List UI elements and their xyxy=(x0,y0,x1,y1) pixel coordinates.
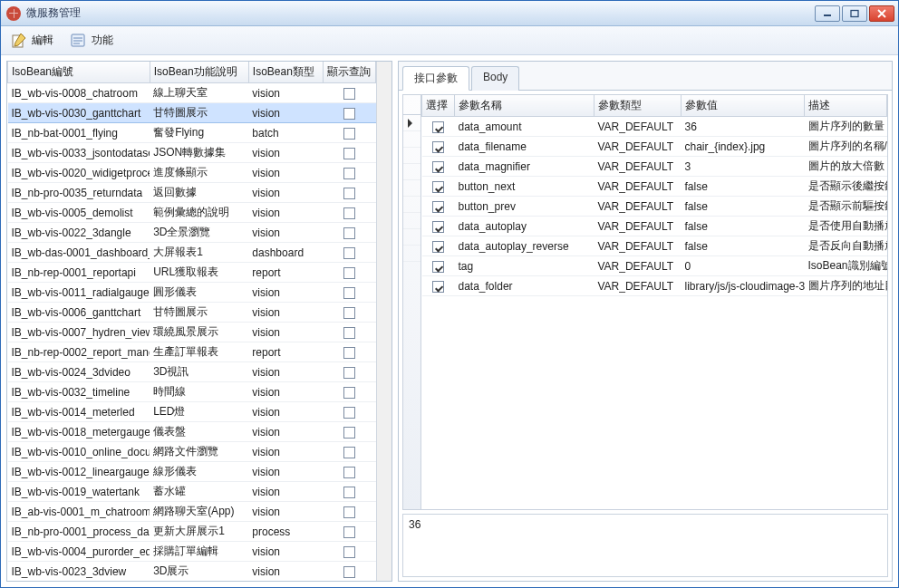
cell-show[interactable] xyxy=(324,542,376,562)
row-indicator[interactable] xyxy=(403,197,420,213)
checkbox-icon[interactable] xyxy=(343,207,355,219)
cell-show[interactable] xyxy=(324,123,376,143)
table-row[interactable]: button_prevVAR_DEFAULTfalse是否顯示前驅按鈕 xyxy=(422,197,887,217)
table-row[interactable]: data_autoplayVAR_DEFAULTfalse是否使用自動播放 xyxy=(422,217,887,236)
checkbox-icon[interactable] xyxy=(343,247,355,259)
checkbox-icon[interactable] xyxy=(343,88,355,100)
checkbox-icon[interactable] xyxy=(343,128,355,140)
param-value-editor[interactable]: 36 xyxy=(402,514,888,577)
cell-show[interactable] xyxy=(324,283,376,303)
col-show[interactable]: 顯示查詢 xyxy=(324,62,376,83)
col-select[interactable]: 選擇 xyxy=(422,95,455,117)
checkbox-icon[interactable] xyxy=(343,566,355,578)
table-row[interactable]: data_folderVAR_DEFAULTlibrary/js/js-clou… xyxy=(422,276,887,296)
table-row[interactable]: IB_wb-vis-0005_demolist範例彙總的說明vision xyxy=(8,203,376,223)
table-row[interactable]: IB_wb-vis-0010_online_docume網路文件瀏覽vision xyxy=(8,442,376,462)
table-row[interactable]: button_nextVAR_DEFAULTfalse是否顯示後繼按鈕 xyxy=(422,177,887,197)
cell-select[interactable] xyxy=(422,256,455,276)
checkbox-icon[interactable] xyxy=(343,467,355,478)
cell-select[interactable] xyxy=(422,137,455,157)
table-row[interactable]: IB_nb-rep-0001_reportapiURL獲取報表report xyxy=(8,263,376,283)
checkbox-icon[interactable] xyxy=(343,307,355,319)
cell-show[interactable] xyxy=(324,323,376,342)
cell-show[interactable] xyxy=(324,362,376,382)
row-indicator[interactable] xyxy=(403,115,420,131)
cell-select[interactable] xyxy=(422,177,455,197)
checkbox-icon[interactable] xyxy=(432,121,444,133)
checkbox-icon[interactable] xyxy=(343,526,355,538)
table-row[interactable]: IB_nb-pro-0001_process_dash更新大屏展示1proces… xyxy=(8,522,376,542)
table-row[interactable]: IB_wb-vis-0011_radialgauge圓形儀表vision xyxy=(8,283,376,303)
table-row[interactable]: IB_wb-vis-0033_jsontodatasetJSON轉數據集visi… xyxy=(8,143,376,163)
cell-show[interactable] xyxy=(324,203,376,223)
checkbox-icon[interactable] xyxy=(343,108,355,120)
cell-select[interactable] xyxy=(422,197,455,217)
checkbox-icon[interactable] xyxy=(343,168,355,179)
close-button[interactable] xyxy=(869,5,894,22)
col-pvalue[interactable]: 參數值 xyxy=(682,95,805,117)
table-row[interactable]: data_autoplay_reverseVAR_DEFAULTfalse是否反… xyxy=(422,236,887,256)
checkbox-icon[interactable] xyxy=(343,188,355,199)
table-row[interactable]: data_magnifierVAR_DEFAULT3圖片的放大倍數 xyxy=(422,157,887,177)
cell-show[interactable] xyxy=(324,223,376,243)
table-row[interactable]: data_filenameVAR_DEFAULTchair_{index}.jp… xyxy=(422,137,887,157)
cell-show[interactable] xyxy=(324,243,376,263)
table-row[interactable]: data_amountVAR_DEFAULT36圖片序列的數量 xyxy=(422,117,887,137)
table-row[interactable]: IB_wb-vis-0012_lineargauge線形儀表vision xyxy=(8,462,376,482)
checkbox-icon[interactable] xyxy=(432,201,444,213)
cell-select[interactable] xyxy=(422,217,455,236)
cell-show[interactable] xyxy=(324,402,376,422)
table-row[interactable]: IB_wb-vis-0004_purorder_edit採購訂單編輯vision xyxy=(8,542,376,562)
row-indicator[interactable] xyxy=(403,213,420,229)
checkbox-icon[interactable] xyxy=(432,281,444,293)
table-row[interactable]: IB_nb-rep-0002_report_mancc生產訂單報表report xyxy=(8,342,376,362)
table-row[interactable]: IB_wb-vis-0022_3dangle3D全景瀏覽vision xyxy=(8,223,376,243)
col-ptype[interactable]: 參數類型 xyxy=(594,95,682,117)
col-pdesc[interactable]: 描述 xyxy=(805,95,887,117)
col-desc[interactable]: IsoBean功能說明 xyxy=(150,62,248,83)
tab-api-params[interactable]: 接口參數 xyxy=(402,66,469,91)
checkbox-icon[interactable] xyxy=(432,181,444,193)
col-type[interactable]: IsoBean類型 xyxy=(248,62,323,83)
col-id[interactable]: IsoBean編號 xyxy=(8,62,150,83)
isobean-grid[interactable]: IsoBean編號 IsoBean功能說明 IsoBean類型 顯示查詢 IB_… xyxy=(7,62,376,581)
function-button[interactable]: 功能 xyxy=(70,32,113,50)
table-row[interactable]: IB_wb-vis-0023_3dview3D展示vision xyxy=(8,562,376,582)
checkbox-icon[interactable] xyxy=(343,347,355,359)
checkbox-icon[interactable] xyxy=(343,506,355,518)
checkbox-icon[interactable] xyxy=(343,267,355,279)
table-row[interactable]: IB_wb-vis-0018_metergauge儀表盤vision xyxy=(8,422,376,442)
cell-select[interactable] xyxy=(422,157,455,177)
cell-show[interactable] xyxy=(324,562,376,582)
table-row[interactable]: tagVAR_DEFAULT0IsoBean識別編號 xyxy=(422,256,887,276)
row-indicator[interactable] xyxy=(403,164,420,180)
cell-show[interactable] xyxy=(324,482,376,502)
minimize-button[interactable] xyxy=(815,5,840,22)
checkbox-icon[interactable] xyxy=(343,387,355,399)
cell-show[interactable] xyxy=(324,422,376,442)
checkbox-icon[interactable] xyxy=(343,487,355,498)
table-row[interactable]: IB_wb-vis-0020_widigetproces進度條顯示vision xyxy=(8,163,376,183)
checkbox-icon[interactable] xyxy=(343,427,355,439)
cell-show[interactable] xyxy=(324,103,376,123)
row-indicator[interactable] xyxy=(403,131,420,148)
table-row[interactable]: IB_wb-vis-0030_ganttchart甘特圖展示vision xyxy=(8,103,376,123)
cell-select[interactable] xyxy=(422,236,455,256)
tab-body[interactable]: Body xyxy=(471,66,519,91)
row-indicator[interactable] xyxy=(403,229,420,246)
checkbox-icon[interactable] xyxy=(343,287,355,299)
col-pname[interactable]: 參數名稱 xyxy=(455,95,594,117)
checkbox-icon[interactable] xyxy=(432,161,444,173)
checkbox-icon[interactable] xyxy=(432,241,444,253)
vertical-scrollbar[interactable] xyxy=(376,62,392,581)
checkbox-icon[interactable] xyxy=(343,447,355,458)
cell-show[interactable] xyxy=(324,83,376,103)
row-indicator[interactable] xyxy=(403,148,420,164)
table-row[interactable]: IB_nb-pro-0035_returndata返回數據vision xyxy=(8,183,376,203)
maximize-button[interactable] xyxy=(842,5,867,22)
checkbox-icon[interactable] xyxy=(343,407,355,419)
table-row[interactable]: IB_wb-vis-0008_chatroom線上聊天室vision xyxy=(8,83,376,103)
cell-show[interactable] xyxy=(324,502,376,522)
row-indicator[interactable] xyxy=(403,246,420,262)
cell-show[interactable] xyxy=(324,462,376,482)
